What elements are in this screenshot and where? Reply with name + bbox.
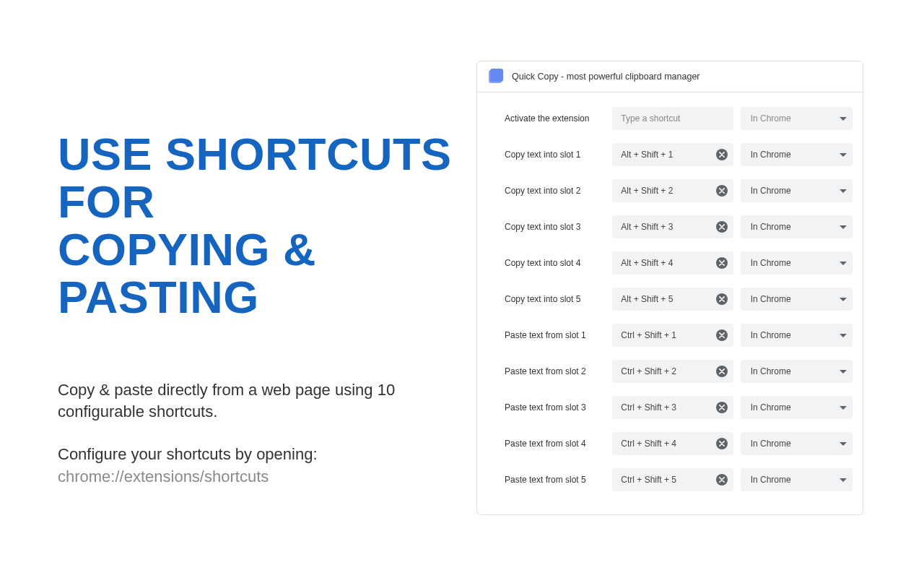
shortcut-input[interactable]: Alt + Shift + 2	[612, 179, 733, 202]
headline-line-2: copying & pasting	[58, 225, 462, 321]
shortcut-row: Paste text from slot 3Ctrl + Shift + 3In…	[505, 396, 853, 419]
shortcut-input-text: Ctrl + Shift + 4	[621, 439, 715, 449]
shortcut-row: Copy text into slot 1Alt + Shift + 1In C…	[505, 143, 853, 166]
body-copy: Copy & paste directly from a web page us…	[58, 379, 462, 509]
shortcut-input-text: Ctrl + Shift + 1	[621, 330, 715, 340]
card-body: Activate the extensionType a shortcutIn …	[477, 92, 863, 514]
shortcut-input-text: Alt + Shift + 4	[621, 258, 715, 268]
scope-select[interactable]: In Chrome	[741, 360, 853, 383]
scope-select-text: In Chrome	[751, 439, 840, 449]
shortcut-input-text: Type a shortcut	[621, 113, 727, 124]
clear-shortcut-icon[interactable]	[716, 293, 728, 305]
scope-select[interactable]: In Chrome	[741, 215, 853, 238]
shortcut-input[interactable]: Ctrl + Shift + 2	[612, 360, 733, 383]
shortcut-row: Copy text into slot 4Alt + Shift + 4In C…	[505, 251, 853, 275]
chevron-down-icon	[840, 332, 847, 339]
scope-select-text: In Chrome	[751, 475, 840, 485]
clear-shortcut-icon[interactable]	[716, 185, 728, 197]
shortcut-row: Copy text into slot 2Alt + Shift + 2In C…	[505, 179, 853, 202]
shortcut-input[interactable]: Type a shortcut	[612, 107, 733, 130]
chevron-down-icon	[840, 151, 847, 158]
shortcut-row: Copy text into slot 5Alt + Shift + 5In C…	[505, 288, 853, 311]
marketing-copy: Use shortcuts for copying & pasting Copy…	[0, 0, 462, 578]
scope-select-text: In Chrome	[751, 222, 840, 232]
shortcut-row: Copy text into slot 3Alt + Shift + 3In C…	[505, 215, 853, 238]
chevron-down-icon	[840, 187, 847, 194]
shortcut-row: Paste text from slot 5Ctrl + Shift + 5In…	[505, 468, 853, 491]
chevron-down-icon	[840, 368, 847, 375]
shortcut-row-label: Copy text into slot 1	[505, 150, 605, 160]
shortcut-row-label: Paste text from slot 3	[505, 402, 605, 413]
clear-shortcut-icon[interactable]	[716, 257, 728, 269]
shortcut-input-text: Ctrl + Shift + 3	[621, 402, 715, 413]
chevron-down-icon	[840, 115, 847, 122]
clear-shortcut-icon[interactable]	[716, 221, 728, 233]
scope-select[interactable]: In Chrome	[741, 143, 853, 166]
shortcut-row: Paste text from slot 1Ctrl + Shift + 1In…	[505, 324, 853, 347]
scope-select[interactable]: In Chrome	[741, 324, 853, 347]
scope-select-text: In Chrome	[751, 402, 840, 413]
shortcut-input-text: Ctrl + Shift + 5	[621, 475, 715, 485]
clear-shortcut-icon[interactable]	[716, 149, 728, 160]
shortcut-input[interactable]: Alt + Shift + 3	[612, 215, 733, 238]
shortcut-row-label: Paste text from slot 2	[505, 366, 605, 376]
shortcut-row-label: Activate the extension	[505, 113, 605, 124]
scope-select[interactable]: In Chrome	[741, 251, 853, 275]
extension-icon	[489, 70, 502, 83]
shortcut-input-text: Alt + Shift + 5	[621, 294, 715, 304]
shortcuts-card: Quick Copy - most powerful clipboard man…	[476, 61, 863, 515]
shortcut-input[interactable]: Ctrl + Shift + 4	[612, 432, 733, 455]
chevron-down-icon	[840, 296, 847, 303]
chevron-down-icon	[840, 440, 847, 447]
headline-line-1: Use shortcuts for	[58, 130, 462, 225]
shortcut-input-text: Alt + Shift + 1	[621, 150, 715, 160]
card-header: Quick Copy - most powerful clipboard man…	[477, 61, 863, 92]
clear-shortcut-icon[interactable]	[716, 402, 728, 413]
clear-shortcut-icon[interactable]	[716, 366, 728, 377]
shortcut-input[interactable]: Alt + Shift + 4	[612, 251, 733, 275]
scope-select-text: In Chrome	[751, 186, 840, 196]
body-paragraph-2: Configure your shortcuts by opening: chr…	[58, 444, 462, 488]
body-paragraph-2-text: Configure your shortcuts by opening:	[58, 445, 318, 463]
shortcut-input[interactable]: Ctrl + Shift + 5	[612, 468, 733, 491]
shortcut-row-label: Paste text from slot 5	[505, 475, 605, 485]
shortcut-input[interactable]: Alt + Shift + 5	[612, 288, 733, 311]
shortcut-row-label: Copy text into slot 3	[505, 222, 605, 232]
scope-select[interactable]: In Chrome	[741, 107, 853, 130]
shortcut-input-text: Alt + Shift + 2	[621, 186, 715, 196]
shortcut-row-label: Copy text into slot 2	[505, 186, 605, 196]
shortcut-row-label: Copy text into slot 4	[505, 258, 605, 268]
clear-shortcut-icon[interactable]	[716, 329, 728, 341]
headline: Use shortcuts for copying & pasting	[58, 130, 462, 322]
configure-path: chrome://extensions/shortcuts	[58, 467, 269, 486]
scope-select-text: In Chrome	[751, 294, 840, 304]
scope-select[interactable]: In Chrome	[741, 179, 853, 202]
scope-select-text: In Chrome	[751, 330, 840, 340]
shortcut-input[interactable]: Ctrl + Shift + 3	[612, 396, 733, 419]
clear-shortcut-icon[interactable]	[716, 474, 728, 486]
shortcut-row: Paste text from slot 4Ctrl + Shift + 4In…	[505, 432, 853, 455]
scope-select[interactable]: In Chrome	[741, 396, 853, 419]
scope-select[interactable]: In Chrome	[741, 432, 853, 455]
chevron-down-icon	[840, 404, 847, 411]
shortcut-input[interactable]: Alt + Shift + 1	[612, 143, 733, 166]
shortcut-row-label: Copy text into slot 5	[505, 294, 605, 304]
clear-shortcut-icon[interactable]	[716, 438, 728, 449]
scope-select[interactable]: In Chrome	[741, 468, 853, 491]
shortcut-row-label: Paste text from slot 4	[505, 439, 605, 449]
chevron-down-icon	[840, 259, 847, 267]
shortcut-row: Paste text from slot 2Ctrl + Shift + 2In…	[505, 360, 853, 383]
chevron-down-icon	[840, 223, 847, 230]
shortcut-input-text: Alt + Shift + 3	[621, 222, 715, 232]
scope-select[interactable]: In Chrome	[741, 288, 853, 311]
scope-select-text: In Chrome	[751, 366, 840, 376]
shortcut-input-text: Ctrl + Shift + 2	[621, 366, 715, 376]
card-title: Quick Copy - most powerful clipboard man…	[512, 72, 700, 82]
chevron-down-icon	[840, 476, 847, 483]
scope-select-text: In Chrome	[751, 150, 840, 160]
shortcut-row-label: Paste text from slot 1	[505, 330, 605, 340]
body-paragraph-1: Copy & paste directly from a web page us…	[58, 379, 462, 424]
scope-select-text: In Chrome	[751, 258, 840, 268]
shortcut-row: Activate the extensionType a shortcutIn …	[505, 107, 853, 130]
shortcut-input[interactable]: Ctrl + Shift + 1	[612, 324, 733, 347]
